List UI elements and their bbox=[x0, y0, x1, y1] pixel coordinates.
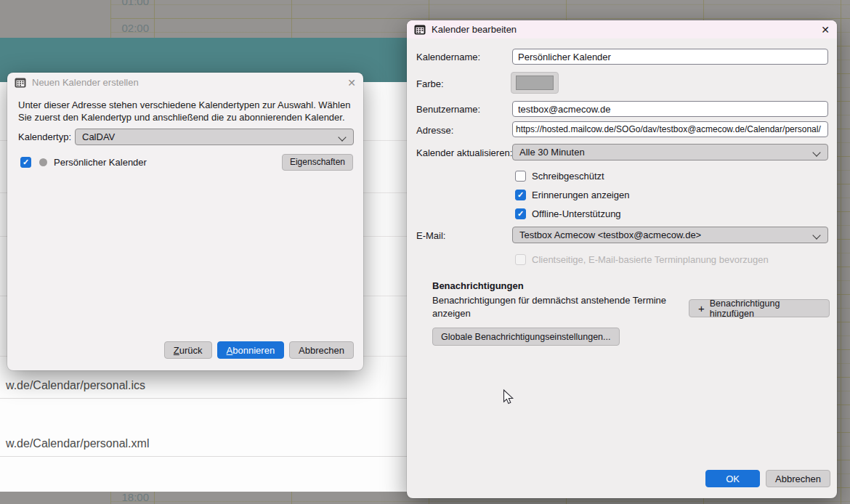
chevron-down-icon bbox=[339, 134, 347, 141]
address-input[interactable] bbox=[512, 121, 828, 137]
readonly-checkbox[interactable] bbox=[515, 171, 526, 182]
client-scheduling-label: Clientseitige, E-Mail-basierte Terminpla… bbox=[532, 254, 769, 265]
cancel-button[interactable]: Abbrechen bbox=[766, 470, 830, 487]
chevron-down-icon bbox=[814, 232, 821, 239]
readonly-label: Schreibgeschützt bbox=[532, 171, 604, 182]
calendar-name-input[interactable] bbox=[512, 49, 828, 65]
ok-button[interactable]: OK bbox=[705, 470, 760, 487]
add-notification-button[interactable]: + Benachrichtigung hinzufügen bbox=[689, 299, 830, 317]
username-input[interactable] bbox=[512, 101, 828, 117]
offline-checkbox-row[interactable]: ✓ Offline-Unterstützung bbox=[515, 208, 621, 219]
calendar-item-checkbox[interactable]: ✓ bbox=[20, 157, 31, 168]
email-label: E-Mail: bbox=[416, 230, 445, 241]
plus-icon: + bbox=[698, 302, 705, 314]
calendar-item-label: Persönlicher Kalender bbox=[54, 157, 147, 168]
offline-label: Offline-Unterstützung bbox=[532, 208, 621, 219]
calendar-name-label: Kalendername: bbox=[416, 52, 480, 62]
calendar-xml-url: w.de/Calendar/personal.xml bbox=[6, 437, 149, 450]
client-scheduling-checkbox bbox=[515, 254, 526, 265]
calendar-type-value: CalDAV bbox=[82, 131, 115, 142]
subscribe-button[interactable]: Abonnieren bbox=[217, 341, 285, 359]
offline-checkbox[interactable]: ✓ bbox=[515, 208, 526, 219]
edit-dialog-buttons: OK Abbrechen bbox=[705, 470, 830, 487]
back-button[interactable]: Zurück bbox=[164, 341, 212, 359]
calendar-type-label: Kalendertyp: bbox=[18, 131, 75, 142]
notifications-description: Benachrichtigungen für demnächst anstehe… bbox=[432, 294, 688, 320]
calendar-type-row: Kalendertyp: CalDAV bbox=[18, 129, 354, 145]
calendar-icon bbox=[15, 78, 26, 88]
chevron-down-icon bbox=[814, 149, 821, 156]
calendar-list-item[interactable]: ✓ Persönlicher Kalender Eigenschaften bbox=[20, 153, 353, 171]
readonly-checkbox-row[interactable]: Schreibgeschützt bbox=[515, 170, 604, 182]
dialog-title: Kalender bearbeiten bbox=[432, 24, 517, 35]
edit-calendar-dialog: Kalender bearbeiten ✕ Kalendername: Farb… bbox=[407, 20, 837, 498]
create-dialog-titlebar: Neuen Kalender erstellen ✕ bbox=[7, 73, 363, 92]
calendar-type-select[interactable]: CalDAV bbox=[75, 129, 354, 145]
color-label: Farbe: bbox=[416, 78, 444, 89]
username-field-wrap bbox=[512, 101, 828, 117]
refresh-interval-value: Alle 30 Minuten bbox=[519, 147, 585, 158]
time-label: 18:00 bbox=[111, 491, 149, 503]
edit-dialog-titlebar: Kalender bearbeiten ✕ bbox=[407, 20, 837, 38]
reminders-checkbox-row[interactable]: ✓ Erinnerungen anzeigen bbox=[515, 189, 629, 200]
color-swatch bbox=[516, 76, 554, 90]
time-label: 01:00 bbox=[111, 0, 149, 7]
create-dialog-buttons: Zurück Abonnieren Abbrechen bbox=[164, 341, 354, 359]
cancel-button[interactable]: Abbrechen bbox=[289, 341, 354, 359]
refresh-label: Kalender aktualisieren: bbox=[416, 147, 512, 158]
close-icon[interactable]: ✕ bbox=[347, 78, 356, 88]
properties-button[interactable]: Eigenschaften bbox=[282, 154, 353, 171]
add-notification-label: Benachrichtigung hinzufügen bbox=[710, 298, 820, 319]
address-field-wrap bbox=[512, 121, 828, 137]
refresh-interval-select[interactable]: Alle 30 Minuten bbox=[512, 144, 828, 160]
dialog-description: Unter dieser Adresse stehen verschiedene… bbox=[18, 99, 354, 123]
notifications-heading: Benachrichtigungen bbox=[432, 280, 524, 291]
email-value: Testbox Acmecow <testbox@acmecow.de> bbox=[519, 229, 701, 240]
dialog-title: Neuen Kalender erstellen bbox=[32, 77, 139, 88]
calendar-ics-url: w.de/Calendar/personal.ics bbox=[6, 379, 145, 392]
client-scheduling-checkbox-row: Clientseitige, E-Mail-basierte Terminpla… bbox=[515, 253, 769, 265]
global-notification-settings-button[interactable]: Globale Benachrichtigungseinstellungen..… bbox=[432, 328, 620, 346]
time-label: 02:00 bbox=[111, 22, 149, 34]
address-label: Adresse: bbox=[416, 125, 453, 136]
email-select[interactable]: Testbox Acmecow <testbox@acmecow.de> bbox=[512, 227, 828, 243]
close-icon[interactable]: ✕ bbox=[821, 25, 830, 35]
calendar-name-field-wrap bbox=[512, 49, 828, 65]
mouse-cursor bbox=[503, 389, 515, 407]
reminders-checkbox[interactable]: ✓ bbox=[515, 190, 526, 200]
username-label: Benutzername: bbox=[416, 104, 480, 115]
color-picker-button[interactable] bbox=[511, 72, 559, 94]
reminders-label: Erinnerungen anzeigen bbox=[532, 190, 629, 200]
calendar-color-dot bbox=[39, 158, 47, 166]
calendar-icon bbox=[414, 25, 426, 35]
create-calendar-dialog: Neuen Kalender erstellen ✕ Unter dieser … bbox=[7, 73, 363, 370]
